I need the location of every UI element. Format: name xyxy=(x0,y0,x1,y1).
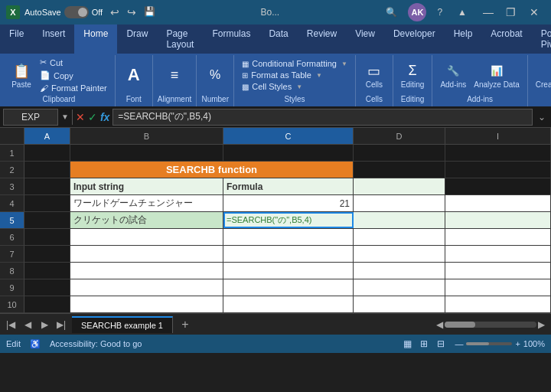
cell-more-1[interactable] xyxy=(445,145,551,161)
col-header-c[interactable]: C xyxy=(223,128,354,144)
row-header-10[interactable]: 10 xyxy=(0,296,24,313)
cell-d4[interactable] xyxy=(354,195,445,211)
cell-a8[interactable] xyxy=(24,263,70,279)
cell-d5[interactable] xyxy=(354,212,445,228)
col-header-d[interactable]: D xyxy=(354,128,445,144)
font-button[interactable]: A xyxy=(120,64,148,86)
row-header-7[interactable]: 7 xyxy=(0,246,24,263)
cell-d9[interactable] xyxy=(354,279,445,296)
tab-formulas[interactable]: Formulas xyxy=(203,24,259,54)
cell-d1[interactable] xyxy=(354,145,445,161)
cell-a1[interactable] xyxy=(24,145,70,161)
cell-b1[interactable] xyxy=(70,145,223,161)
restore-btn[interactable]: ❐ xyxy=(500,2,522,23)
col-header-b[interactable]: B xyxy=(70,128,223,144)
cell-d2[interactable] xyxy=(354,162,445,178)
help-icon[interactable]: ? xyxy=(432,5,447,19)
cell-d7[interactable] xyxy=(354,246,445,262)
name-box-dropdown[interactable]: ▼ xyxy=(61,113,69,121)
create-pdf-button[interactable]: 📄 Create a PDF xyxy=(533,60,551,90)
tab-page-layout[interactable]: Page Layout xyxy=(157,24,203,54)
cell-a10[interactable] xyxy=(24,296,70,312)
cell-b2-merged[interactable]: SEARCHB function xyxy=(70,162,354,178)
cell-b5[interactable]: クリケットの試合 xyxy=(70,212,223,228)
cell-c8[interactable] xyxy=(223,263,354,279)
format-painter-button[interactable]: 🖌 Format Painter xyxy=(37,83,110,93)
col-header-a[interactable]: A xyxy=(24,128,70,144)
cell-a9[interactable] xyxy=(24,279,70,296)
cell-b4[interactable]: ワールドゲームチェンジャー xyxy=(70,195,223,211)
cell-c10[interactable] xyxy=(223,296,354,312)
cell-more-3[interactable] xyxy=(445,178,551,194)
zoom-out-btn[interactable]: — xyxy=(455,339,463,348)
cell-a5[interactable] xyxy=(24,212,70,228)
cell-c7[interactable] xyxy=(223,246,354,262)
cell-d3[interactable] xyxy=(354,178,445,194)
cancel-formula-btn[interactable]: ✕ xyxy=(76,111,85,123)
tab-developer[interactable]: Developer xyxy=(384,24,445,54)
number-button[interactable]: % xyxy=(201,64,229,86)
tab-acrobat[interactable]: Acrobat xyxy=(481,24,531,54)
cell-d6[interactable] xyxy=(354,229,445,245)
tab-power-pivot[interactable]: Power Pivot xyxy=(532,24,551,54)
tab-home[interactable]: Home xyxy=(74,24,117,54)
save-icon[interactable]: 💾 xyxy=(141,5,158,20)
horizontal-scrollbar[interactable] xyxy=(445,322,536,328)
cell-more-6[interactable] xyxy=(445,229,551,245)
formula-expand-btn[interactable]: ⌄ xyxy=(536,112,548,122)
cell-a6[interactable] xyxy=(24,229,70,245)
tab-file[interactable]: File xyxy=(0,24,33,54)
sheet-nav-prev[interactable]: ◀ xyxy=(20,317,35,332)
sheet-scroll-btn-left[interactable]: ◀ xyxy=(436,319,443,330)
zoom-slider[interactable] xyxy=(466,342,512,345)
cell-b6[interactable] xyxy=(70,229,223,245)
cell-styles-button[interactable]: ▩ Cell Styles ▼ xyxy=(239,81,350,92)
undo-btn[interactable]: ↩ xyxy=(107,5,122,20)
cell-more-9[interactable] xyxy=(445,279,551,296)
paste-button[interactable]: 📋 Paste xyxy=(8,60,35,90)
row-header-4[interactable]: 4 xyxy=(0,195,24,212)
analyze-data-button[interactable]: 📊 Analyze Data xyxy=(471,60,522,90)
tab-data[interactable]: Data xyxy=(259,24,297,54)
add-sheet-btn[interactable]: + xyxy=(176,315,194,334)
cell-d10[interactable] xyxy=(354,296,445,312)
tab-view[interactable]: View xyxy=(346,24,384,54)
row-header-8[interactable]: 8 xyxy=(0,263,24,279)
cell-more-8[interactable] xyxy=(445,263,551,279)
close-btn[interactable]: ✕ xyxy=(523,2,545,23)
zoom-in-btn[interactable]: + xyxy=(515,339,520,348)
tab-draw[interactable]: Draw xyxy=(117,24,157,54)
page-break-view-icon[interactable]: ⊟ xyxy=(433,336,448,351)
row-header-3[interactable]: 3 xyxy=(0,178,24,195)
minimize-btn[interactable]: — xyxy=(478,2,499,23)
sheet-scroll-btn-right[interactable]: ▶ xyxy=(538,319,545,330)
cell-a3[interactable] xyxy=(24,178,70,194)
conditional-formatting-button[interactable]: ▦ Conditional Formatting ▼ xyxy=(239,58,350,69)
cell-more-7[interactable] xyxy=(445,246,551,262)
name-box[interactable]: EXP xyxy=(3,109,58,126)
cell-d8[interactable] xyxy=(354,263,445,279)
search-icon[interactable]: 🔍 xyxy=(381,5,402,19)
cell-b10[interactable] xyxy=(70,296,223,312)
row-header-5[interactable]: 5 xyxy=(0,212,24,229)
confirm-formula-btn[interactable]: ✓ xyxy=(88,111,97,123)
avatar[interactable]: AK xyxy=(408,3,426,21)
tab-review[interactable]: Review xyxy=(298,24,346,54)
sheet-tab-1[interactable]: SEARCHB example 1 xyxy=(72,316,173,333)
cell-more-4[interactable] xyxy=(445,195,551,211)
autosave-toggle[interactable] xyxy=(64,6,89,18)
cells-button[interactable]: ▭ Cells xyxy=(360,60,388,90)
tab-insert[interactable]: Insert xyxy=(33,24,74,54)
cell-a2[interactable] xyxy=(24,162,70,178)
cell-c5[interactable]: =SEARCHB("の",B5,4) xyxy=(223,212,354,228)
cell-c9[interactable] xyxy=(223,279,354,296)
cell-more-5[interactable] xyxy=(445,212,551,228)
cell-b8[interactable] xyxy=(70,263,223,279)
tab-help[interactable]: Help xyxy=(445,24,482,54)
cell-c6[interactable] xyxy=(223,229,354,245)
cell-more-10[interactable] xyxy=(445,296,551,312)
copy-button[interactable]: 📄 Copy xyxy=(37,70,110,81)
cell-c4[interactable]: 21 xyxy=(223,195,354,211)
editing-button[interactable]: Σ Editing xyxy=(398,60,428,90)
formula-input[interactable]: =SEARCHB("の",B5,4) xyxy=(112,109,533,126)
